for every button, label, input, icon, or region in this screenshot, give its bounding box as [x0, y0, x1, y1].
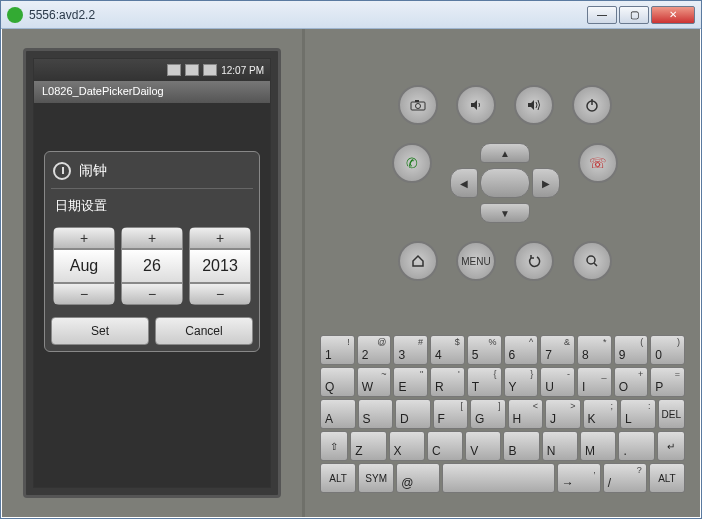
hardware-buttons: ✆ ▲ ◀ ▶ ▼ ☏ MENU: [365, 85, 645, 299]
day-value[interactable]: 26: [121, 249, 183, 283]
key-T[interactable]: T{: [467, 367, 502, 397]
key-F[interactable]: F[: [433, 399, 469, 429]
key-arrow[interactable]: →,: [557, 463, 601, 493]
power-button[interactable]: [572, 85, 612, 125]
key-7[interactable]: 7&: [540, 335, 575, 365]
key-enter[interactable]: ↵: [657, 431, 685, 461]
volume-down-button[interactable]: [456, 85, 496, 125]
key-D[interactable]: D: [395, 399, 431, 429]
key-H[interactable]: H<: [508, 399, 544, 429]
key-M[interactable]: M: [580, 431, 616, 461]
dpad: ▲ ◀ ▶ ▼: [450, 143, 560, 223]
key-R[interactable]: R': [430, 367, 465, 397]
key-3[interactable]: 3#: [393, 335, 428, 365]
key-W[interactable]: W~: [357, 367, 392, 397]
month-picker: + Aug −: [53, 227, 115, 305]
key-.[interactable]: .: [618, 431, 654, 461]
signal-icon: [185, 64, 199, 76]
dpad-down[interactable]: ▼: [480, 203, 530, 223]
key-C[interactable]: C: [427, 431, 463, 461]
svg-point-5: [587, 256, 595, 264]
statusbar: 12:07 PM: [34, 59, 270, 81]
cancel-button[interactable]: Cancel: [155, 317, 253, 345]
end-call-button[interactable]: ☏: [578, 143, 618, 183]
camera-button[interactable]: [398, 85, 438, 125]
year-up-button[interactable]: +: [189, 227, 251, 249]
call-button[interactable]: ✆: [392, 143, 432, 183]
dialog-subtitle: 日期设置: [51, 189, 253, 223]
year-value[interactable]: 2013: [189, 249, 251, 283]
key-S[interactable]: S: [358, 399, 394, 429]
clock: 12:07 PM: [221, 65, 264, 76]
key-U[interactable]: U-: [540, 367, 575, 397]
key-alt-left[interactable]: ALT: [320, 463, 356, 493]
close-button[interactable]: ✕: [651, 6, 695, 24]
key-shift[interactable]: ⇧: [320, 431, 348, 461]
key-X[interactable]: X: [389, 431, 425, 461]
key-alt-right[interactable]: ALT: [649, 463, 685, 493]
key-P[interactable]: P=: [650, 367, 685, 397]
keyboard: 1!2@3#4$5%6^7&8*9(0) QW~E"R'T{Y}U-I_O+P=…: [320, 335, 685, 495]
key-A[interactable]: A: [320, 399, 356, 429]
titlebar: 5556:avd2.2 — ▢ ✕: [1, 1, 701, 29]
volume-up-button[interactable]: [514, 85, 554, 125]
key-9[interactable]: 9(: [614, 335, 649, 365]
key-slash[interactable]: /?: [603, 463, 647, 493]
day-down-button[interactable]: −: [121, 283, 183, 305]
favicon: [7, 7, 23, 23]
back-button[interactable]: [514, 241, 554, 281]
key-6[interactable]: 6^: [504, 335, 539, 365]
svg-line-6: [594, 263, 597, 266]
key-L[interactable]: L:: [620, 399, 656, 429]
year-down-button[interactable]: −: [189, 283, 251, 305]
key-4[interactable]: 4$: [430, 335, 465, 365]
maximize-button[interactable]: ▢: [619, 6, 649, 24]
month-value[interactable]: Aug: [53, 249, 115, 283]
key-space[interactable]: [442, 463, 554, 493]
svg-rect-2: [415, 100, 419, 102]
key-O[interactable]: O+: [614, 367, 649, 397]
key-K[interactable]: K;: [583, 399, 619, 429]
key-8[interactable]: 8*: [577, 335, 612, 365]
key-V[interactable]: V: [465, 431, 501, 461]
key-I[interactable]: I_: [577, 367, 612, 397]
menu-button[interactable]: MENU: [456, 241, 496, 281]
date-pickers: + Aug − + 26 − +: [51, 223, 253, 313]
home-button[interactable]: [398, 241, 438, 281]
year-picker: + 2013 −: [189, 227, 251, 305]
key-0[interactable]: 0): [650, 335, 685, 365]
battery-icon: [203, 64, 217, 76]
minimize-button[interactable]: —: [587, 6, 617, 24]
key-5[interactable]: 5%: [467, 335, 502, 365]
key-2[interactable]: 2@: [357, 335, 392, 365]
key-sym[interactable]: SYM: [358, 463, 394, 493]
app-body: 闹钟 日期设置 + Aug − +: [34, 103, 270, 487]
key-Y[interactable]: Y}: [504, 367, 539, 397]
dpad-left[interactable]: ◀: [450, 168, 478, 198]
key-at[interactable]: @: [396, 463, 440, 493]
dpad-up[interactable]: ▲: [480, 143, 530, 163]
key-N[interactable]: N: [542, 431, 578, 461]
key-B[interactable]: B: [503, 431, 539, 461]
search-button[interactable]: [572, 241, 612, 281]
key-1[interactable]: 1!: [320, 335, 355, 365]
key-Q[interactable]: Q: [320, 367, 355, 397]
3g-icon: [167, 64, 181, 76]
key-E[interactable]: E": [393, 367, 428, 397]
key-del[interactable]: DEL: [658, 399, 686, 429]
dpad-right[interactable]: ▶: [532, 168, 560, 198]
set-button[interactable]: Set: [51, 317, 149, 345]
day-picker: + 26 −: [121, 227, 183, 305]
key-J[interactable]: J>: [545, 399, 581, 429]
device-pane: 12:07 PM L0826_DatePickerDailog 闹钟 日期设置: [2, 29, 302, 517]
emulator-window: 5556:avd2.2 — ▢ ✕ 12:07 PM L0826_DatePic…: [0, 0, 702, 519]
content: 12:07 PM L0826_DatePickerDailog 闹钟 日期设置: [2, 29, 700, 517]
key-G[interactable]: G]: [470, 399, 506, 429]
day-up-button[interactable]: +: [121, 227, 183, 249]
key-Z[interactable]: Z: [350, 431, 386, 461]
month-up-button[interactable]: +: [53, 227, 115, 249]
month-down-button[interactable]: −: [53, 283, 115, 305]
dialog-title: 闹钟: [79, 162, 107, 180]
controls-pane: ✆ ▲ ◀ ▶ ▼ ☏ MENU: [302, 29, 700, 517]
dpad-center[interactable]: [480, 168, 530, 198]
